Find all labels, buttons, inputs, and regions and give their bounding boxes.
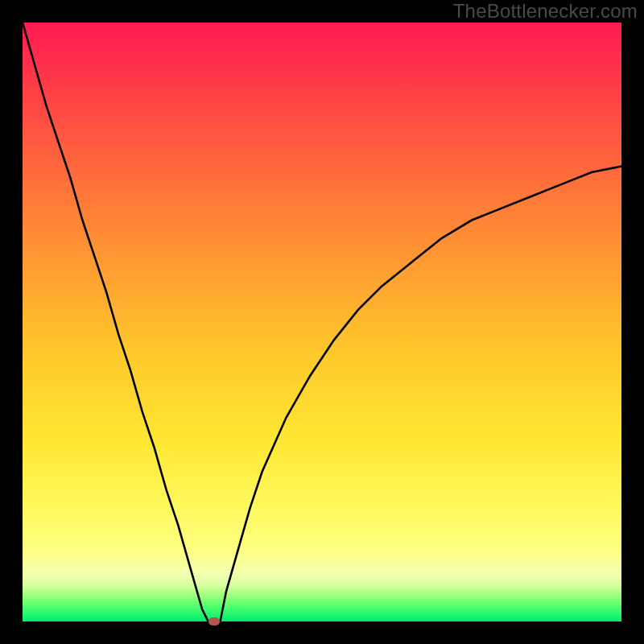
- watermark-text: TheBottlenecker.com: [453, 0, 638, 23]
- plot-area: [23, 23, 621, 621]
- chart-frame: TheBottlenecker.com: [0, 0, 644, 644]
- curve-layer: [23, 23, 621, 621]
- minimum-marker: [208, 617, 220, 625]
- bottleneck-curve: [23, 23, 621, 621]
